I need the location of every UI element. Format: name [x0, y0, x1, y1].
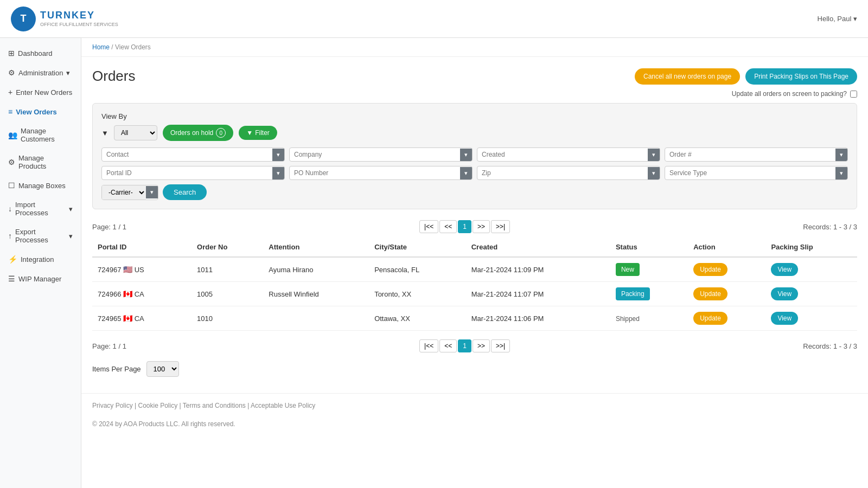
table-body: 724967 🇺🇸 US 1011 Ayuma Hirano Pensacola… [92, 257, 857, 331]
update-button[interactable]: Update [693, 312, 727, 325]
sidebar-item-enter-new-orders[interactable]: + Enter New Orders [0, 82, 81, 102]
carrier-select[interactable]: -Carrier- [102, 185, 146, 200]
order-num-dropdown-btn[interactable]: ▾ [835, 149, 847, 161]
footer-privacy[interactable]: Privacy Policy [92, 402, 133, 409]
table-row: 724966 🇨🇦 CA 1005 Russell Winfield Toron… [92, 282, 857, 306]
first-page-btn-bottom[interactable]: |<< [419, 339, 438, 352]
po-number-input[interactable] [290, 166, 460, 179]
sidebar-item-administration[interactable]: ⚙ Administration ▾ [0, 63, 81, 82]
contact-field-wrap: ▾ [101, 147, 285, 162]
page-info-top: Page: 1 / 1 [92, 223, 126, 231]
footer-terms[interactable]: Terms and Conditions [183, 402, 246, 409]
portal-id-input[interactable] [102, 166, 272, 179]
contact-dropdown-btn[interactable]: ▾ [272, 149, 284, 161]
content-area: Orders Cancel all new orders on page Pri… [81, 57, 868, 388]
update-all-row: Update all orders on screen to packing? [92, 90, 857, 98]
export-icon: ↑ [8, 232, 12, 240]
breadcrumb-home[interactable]: Home [92, 43, 110, 51]
sidebar-item-integration[interactable]: ⚡ Integration [0, 249, 81, 269]
table-row: 724965 🇨🇦 CA 1010 Ottawa, XX Mar-21-2024… [92, 306, 857, 331]
products-icon: ⚙ [8, 158, 15, 166]
portal-id-value: 724967 [98, 266, 121, 274]
cell-created: Mar-21-2024 11:07 PM [466, 282, 610, 306]
view-button[interactable]: View [771, 287, 798, 300]
cell-portal-id: 724965 🇨🇦 CA [92, 306, 192, 331]
update-button[interactable]: Update [693, 263, 727, 276]
filter-button[interactable]: ▼ Filter [239, 126, 277, 140]
status-badge: Shipped [616, 315, 640, 323]
sidebar-label-dashboard: Dashboard [18, 49, 53, 57]
page-1-btn-bottom[interactable]: 1 [458, 339, 471, 352]
cell-city-state: Toronto, XX [369, 282, 466, 306]
sidebar-item-wip-manager[interactable]: ☰ WIP Manager [0, 269, 81, 288]
service-type-dropdown-btn[interactable]: ▾ [835, 167, 847, 179]
filter-label: Filter [255, 129, 270, 137]
created-dropdown-btn[interactable]: ▾ [648, 149, 660, 161]
sidebar-item-import-processes[interactable]: ↓ Import Processes ▾ [0, 195, 81, 222]
update-all-checkbox[interactable] [850, 91, 857, 98]
zip-input[interactable] [477, 166, 648, 179]
pagination-top-row: Page: 1 / 1 |<< << 1 >> >>| Records: 1 -… [92, 220, 857, 233]
contact-input[interactable] [102, 148, 272, 161]
col-order-no: Order No [192, 237, 263, 257]
search-button[interactable]: Search [163, 184, 207, 200]
last-page-btn-top[interactable]: >>| [491, 220, 510, 233]
pagination-bottom: |<< << 1 >> >>| [419, 339, 510, 352]
update-button[interactable]: Update [693, 287, 727, 300]
items-per-page-select[interactable]: 100 25 50 200 [146, 361, 179, 377]
cell-city-state: Pensacola, FL [369, 257, 466, 282]
view-button[interactable]: View [771, 312, 798, 325]
footer-links: Privacy Policy | Cookie Policy | Terms a… [81, 393, 868, 418]
print-packing-button[interactable]: Print Packing Slips on This Page [745, 68, 857, 85]
page-1-btn-top[interactable]: 1 [458, 220, 471, 233]
sidebar-item-export-processes[interactable]: ↑ Export Processes ▾ [0, 222, 81, 249]
topbar: T TURNKEY OFFICE FULFILLMENT SERVICES He… [0, 0, 868, 38]
cell-attention: Ayuma Hirano [263, 257, 369, 282]
order-num-input[interactable] [665, 148, 835, 161]
cell-attention: Russell Winfield [263, 282, 369, 306]
prev-page-btn-bottom[interactable]: << [439, 339, 457, 352]
po-number-dropdown-btn[interactable]: ▾ [460, 167, 472, 179]
cancel-all-button[interactable]: Cancel all new orders on page [635, 68, 740, 85]
next-page-btn-bottom[interactable]: >> [473, 339, 490, 352]
chevron-export-icon: ▾ [69, 232, 73, 240]
next-page-btn-top[interactable]: >> [473, 220, 490, 233]
last-page-btn-bottom[interactable]: >>| [491, 339, 510, 352]
footer-cookie[interactable]: Cookie Policy [138, 402, 177, 409]
filter-all-select[interactable]: All [114, 125, 157, 140]
cell-status: New [610, 257, 688, 282]
chevron-down-icon: ▾ [66, 69, 70, 77]
orders-on-hold-button[interactable]: Orders on hold 0 [163, 125, 233, 141]
sidebar-item-manage-products[interactable]: ⚙ Manage Products [0, 149, 81, 176]
portal-id-dropdown-btn[interactable]: ▾ [272, 167, 284, 179]
country-code: CA [135, 314, 144, 323]
carrier-wrap: -Carrier- ▾ [101, 185, 158, 200]
brand-sub: OFFICE FULFILLMENT SERVICES [40, 22, 118, 28]
sidebar-label-view-orders: View Orders [16, 108, 57, 116]
sidebar-item-manage-boxes[interactable]: ☐ Manage Boxes [0, 176, 81, 195]
cell-portal-id: 724966 🇨🇦 CA [92, 282, 192, 306]
company-input[interactable] [290, 148, 460, 161]
sidebar-item-manage-customers[interactable]: 👥 Manage Customers [0, 121, 81, 149]
sidebar: ⊞ Dashboard ⚙ Administration ▾ + Enter N… [0, 38, 81, 488]
user-menu[interactable]: Hello, Paul ▾ [818, 15, 857, 23]
first-page-btn-top[interactable]: |<< [419, 220, 438, 233]
breadcrumb: Home / View Orders [81, 38, 868, 57]
zip-dropdown-btn[interactable]: ▾ [648, 167, 660, 179]
sidebar-item-dashboard[interactable]: ⊞ Dashboard [0, 43, 81, 63]
view-button[interactable]: View [771, 263, 798, 276]
filter-funnel-icon: ▼ [101, 129, 108, 137]
footer-acceptable[interactable]: Acceptable Use Policy [251, 402, 315, 409]
country-code: CA [135, 290, 144, 298]
carrier-dropdown-btn[interactable]: ▾ [146, 186, 158, 198]
country-code: US [135, 266, 144, 274]
view-by-label: View By [101, 112, 848, 120]
service-type-input[interactable] [665, 166, 835, 179]
cell-attention [263, 306, 369, 331]
sidebar-item-view-orders[interactable]: ≡ View Orders [0, 102, 81, 121]
created-input[interactable] [477, 148, 648, 161]
filter-panel: View By ▼ All Orders on hold 0 ▼ Filter [92, 103, 857, 209]
prev-page-btn-top[interactable]: << [439, 220, 457, 233]
boxes-icon: ☐ [8, 181, 15, 190]
company-dropdown-btn[interactable]: ▾ [460, 149, 472, 161]
